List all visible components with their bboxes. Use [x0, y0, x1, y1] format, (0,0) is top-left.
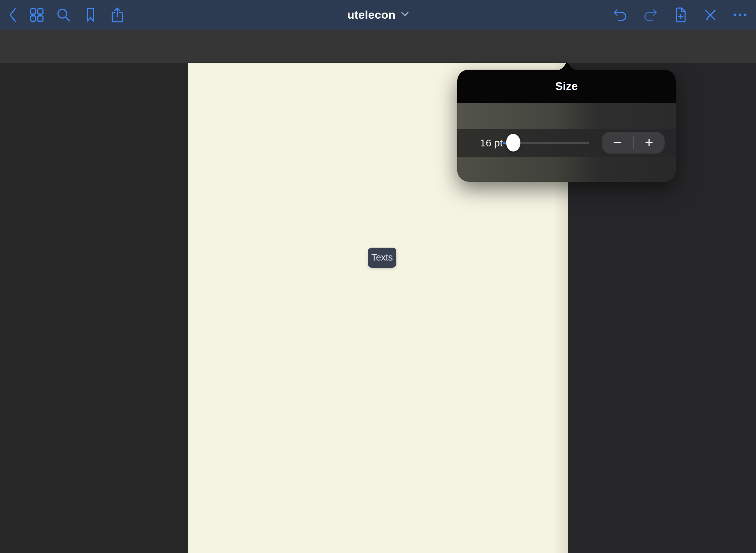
size-value-label: 16 pt: [480, 136, 503, 150]
undo-button[interactable]: [613, 7, 628, 23]
size-popover-spacer-top: [457, 103, 676, 129]
document-title: utelecon: [347, 8, 395, 21]
canvas-text-object-label: Texts: [371, 252, 393, 263]
title-chevron-down-icon: [401, 12, 409, 18]
size-slider-thumb[interactable]: [506, 134, 520, 151]
size-popover: Size 16 pt − +: [457, 70, 676, 182]
canvas-left-margin: [0, 63, 188, 553]
size-stepper: − +: [602, 132, 665, 154]
size-popover-header: Size: [457, 70, 676, 103]
pen-crossed-icon: [703, 7, 718, 22]
nav-right-group: [613, 0, 748, 30]
add-page-button[interactable]: [672, 7, 688, 23]
add-page-icon: [673, 7, 687, 23]
size-increase-button[interactable]: +: [634, 132, 665, 154]
size-decrease-button[interactable]: −: [602, 132, 633, 154]
size-popover-title: Size: [555, 80, 578, 93]
stop-editing-button[interactable]: [702, 7, 718, 23]
undo-icon: [613, 8, 628, 22]
redo-icon: [642, 8, 658, 22]
redo-button[interactable]: [642, 7, 658, 23]
more-button[interactable]: [732, 7, 748, 23]
canvas-text-object[interactable]: Texts: [368, 248, 396, 268]
nav-bar: utelecon: [0, 0, 756, 30]
popover-arrow: [557, 63, 577, 70]
size-popover-spacer-bottom: [457, 157, 676, 182]
app-window: utelecon: [0, 0, 756, 553]
ellipsis-icon: [732, 7, 748, 22]
tools-bar: a: [0, 30, 756, 63]
